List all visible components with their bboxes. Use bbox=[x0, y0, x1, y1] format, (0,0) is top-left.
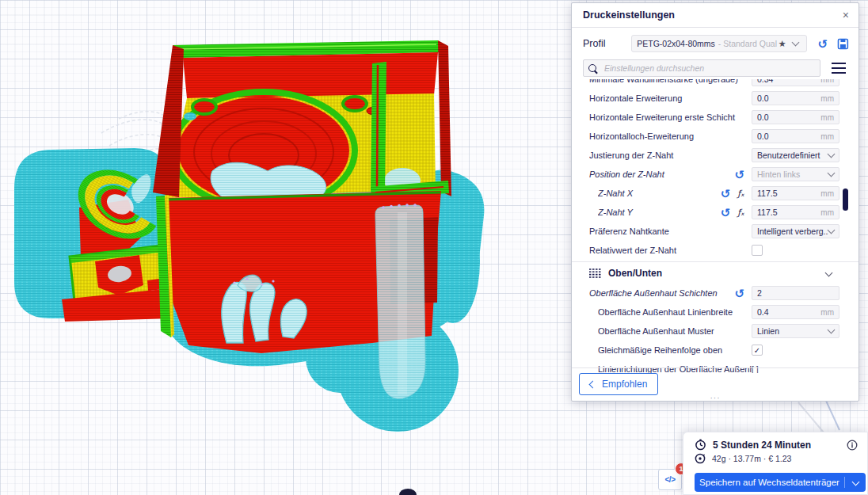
clock-icon bbox=[695, 439, 706, 451]
setting-input[interactable]: 117.5mm bbox=[752, 186, 839, 200]
function-icon[interactable]: ƒₓ bbox=[737, 188, 744, 199]
profile-row: Profil PETG-02x04-80mms - Standard Quali… bbox=[583, 34, 849, 53]
bottom-toolbar-arc[interactable] bbox=[399, 489, 417, 495]
print-settings-panel: Druckeinstellungen × Profil PETG-02x04-8… bbox=[571, 2, 859, 402]
setting-row: Oberfläche Außenhaut Linienbreite 0.4mm bbox=[572, 303, 858, 322]
setting-row: Präferenz Nahtkante Intelligent verberg.… bbox=[572, 222, 858, 241]
menu-icon[interactable] bbox=[832, 67, 846, 70]
setting-input[interactable]: 0.4mm bbox=[752, 305, 839, 319]
print-job-panel: 5 Stunden 24 Minuten 42g · 13.77m · € 1.… bbox=[683, 432, 868, 495]
chevron-down-icon bbox=[791, 39, 799, 47]
close-icon[interactable]: × bbox=[843, 10, 849, 21]
setting-label: Oberfläche Außenhaut Linienbreite bbox=[598, 307, 752, 317]
reset-icon[interactable]: ↺ bbox=[721, 207, 731, 219]
setting-select[interactable]: Intelligent verberg... bbox=[752, 224, 839, 238]
setting-row: Horizontale Erweiterung erste Schicht 0.… bbox=[572, 108, 858, 127]
chevron-down-icon bbox=[828, 169, 836, 177]
top-bottom-icon bbox=[589, 268, 601, 278]
setting-label: Relativwert der Z-Naht bbox=[589, 246, 752, 255]
profile-name: PETG-02x04-80mms bbox=[637, 39, 715, 48]
checkbox-unchecked[interactable] bbox=[752, 245, 763, 256]
setting-input[interactable]: 0.0mm bbox=[752, 110, 839, 124]
print-info-code-button[interactable]: </> 1 bbox=[658, 469, 682, 490]
save-to-removable-drive-button[interactable]: Speichern auf Wechseldatenträger bbox=[695, 473, 866, 492]
setting-input[interactable]: 2 bbox=[752, 286, 839, 300]
setting-row: Oberfläche Außenhaut Schichten ↺ 2 bbox=[572, 284, 858, 303]
buildplate-edge-lines bbox=[798, 401, 839, 432]
setting-select[interactable]: Benutzerdefiniert bbox=[752, 148, 839, 162]
setting-label: Justierung der Z-Naht bbox=[589, 150, 752, 160]
setting-label: Horizontale Erweiterung erste Schicht bbox=[589, 112, 752, 122]
setting-label: Horizontalloch-Erweiterung bbox=[589, 131, 752, 141]
reset-icon[interactable]: ↺ bbox=[734, 169, 744, 181]
setting-select[interactable]: Hinten links bbox=[752, 167, 839, 181]
chevron-down-icon bbox=[851, 478, 859, 485]
setting-row: Position der Z-Naht ↺ Hinten links bbox=[572, 165, 858, 184]
setting-label: Oberfläche Außenhaut Schichten bbox=[589, 288, 734, 298]
section-header-top-bottom[interactable]: Oben/Unten bbox=[572, 262, 858, 284]
setting-label: Präferenz Nahtkante bbox=[589, 227, 752, 236]
info-icon[interactable] bbox=[847, 440, 858, 451]
setting-row: Relativwert der Z-Naht bbox=[572, 241, 858, 260]
star-icon[interactable]: ★ bbox=[779, 39, 786, 49]
reset-icon[interactable]: ↺ bbox=[721, 188, 731, 200]
setting-row: Justierung der Z-Naht Benutzerdefiniert bbox=[572, 146, 858, 165]
spool-icon bbox=[695, 453, 706, 464]
code-icon: </> bbox=[665, 475, 676, 484]
function-icon[interactable]: ƒₓ bbox=[737, 208, 744, 218]
panel-header: Druckeinstellungen × bbox=[572, 3, 858, 28]
material-info: 42g · 13.77m · € 1.23 bbox=[712, 454, 791, 463]
setting-label: Horizontale Erweiterung bbox=[589, 93, 752, 103]
setting-label: Z-Naht X bbox=[598, 188, 721, 198]
scrollbar-thumb[interactable] bbox=[843, 188, 848, 211]
chevron-down-icon bbox=[828, 326, 836, 334]
profile-suffix: - Standard Quality - 0... bbox=[718, 39, 777, 48]
clipped-row: Minimale Wandlinienstärke (ungerade) 0.3… bbox=[572, 79, 858, 89]
setting-input[interactable]: 0.34mm bbox=[752, 79, 839, 86]
setting-label: Position der Z-Naht bbox=[589, 169, 734, 179]
setting-row: Horizontale Erweiterung 0.0mm bbox=[572, 89, 858, 108]
print-time-row: 5 Stunden 24 Minuten bbox=[683, 439, 867, 451]
search-icon bbox=[588, 64, 596, 72]
chevron-down-icon bbox=[828, 227, 836, 234]
profile-select[interactable]: PETG-02x04-80mms - Standard Quality - 0.… bbox=[631, 35, 806, 52]
setting-row: Z-Naht X ↺ ƒₓ 117.5mm bbox=[572, 184, 858, 203]
setting-label: Z-Naht Y bbox=[598, 208, 721, 217]
reset-profile-icon[interactable]: ↺ bbox=[818, 38, 828, 50]
setting-select[interactable]: Linien bbox=[752, 324, 839, 338]
search-box[interactable] bbox=[583, 59, 820, 77]
save-button-label: Speichern auf Wechseldatenträger bbox=[695, 478, 844, 487]
chevron-down-icon bbox=[828, 150, 836, 158]
setting-row: Oberfläche Außenhaut Muster Linien bbox=[572, 322, 858, 341]
profile-label: Profil bbox=[583, 38, 631, 49]
checkbox-checked[interactable]: ✓ bbox=[752, 345, 763, 356]
output-device-dropdown[interactable] bbox=[845, 481, 866, 485]
setting-input[interactable]: 0.0mm bbox=[752, 91, 839, 105]
search-row bbox=[583, 59, 849, 77]
settings-list: Minimale Wandlinienstärke (ungerade) 0.3… bbox=[572, 79, 858, 373]
material-info-row: 42g · 13.77m · € 1.23 bbox=[683, 453, 867, 464]
recommended-label: Empfohlen bbox=[602, 379, 647, 390]
setting-input[interactable]: 0.0mm bbox=[752, 129, 839, 143]
setting-label: Minimale Wandlinienstärke (ungerade) bbox=[589, 79, 752, 84]
chevron-left-icon bbox=[589, 380, 597, 388]
setting-row: Horizontalloch-Erweiterung 0.0mm bbox=[572, 127, 858, 146]
panel-drag-handle[interactable]: ··· bbox=[572, 394, 858, 402]
save-profile-icon[interactable] bbox=[837, 38, 849, 50]
section-title: Oben/Unten bbox=[608, 268, 826, 279]
setting-row: Gleichmäßige Reihenfolge oben ✓ bbox=[572, 341, 858, 360]
setting-row: Minimale Wandlinienstärke (ungerade) 0.3… bbox=[572, 79, 858, 89]
setting-input[interactable]: 117.5mm bbox=[752, 205, 839, 219]
search-input[interactable] bbox=[603, 63, 815, 74]
chevron-down-icon[interactable] bbox=[825, 269, 833, 277]
recommended-mode-button[interactable]: Empfohlen bbox=[579, 373, 658, 395]
panel-footer: Empfohlen ··· bbox=[572, 367, 858, 401]
setting-label: Gleichmäßige Reihenfolge oben bbox=[598, 345, 752, 355]
reset-icon[interactable]: ↺ bbox=[734, 287, 744, 299]
panel-title: Druckeinstellungen bbox=[583, 10, 675, 21]
print-time: 5 Stunden 24 Minuten bbox=[713, 440, 847, 451]
setting-row: Z-Naht Y ↺ ƒₓ 117.5mm bbox=[572, 203, 858, 222]
setting-label: Oberfläche Außenhaut Muster bbox=[598, 326, 752, 336]
